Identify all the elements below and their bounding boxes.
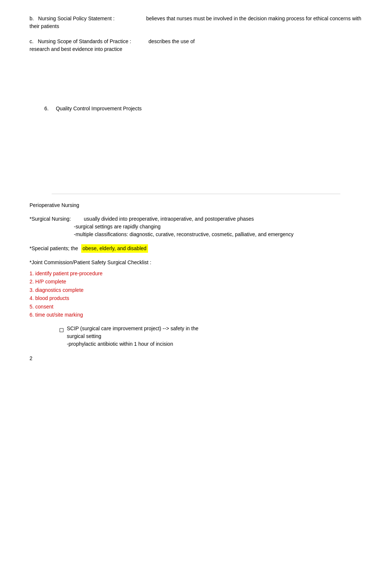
section-b-title: Nursing Social Policy Statement : bbox=[38, 15, 114, 21]
page: b. Nursing Social Policy Statement : bel… bbox=[0, 0, 392, 576]
section-c-content2: research and best evidence into practice bbox=[30, 46, 122, 52]
scip-line1: SCIP (surgical care improvement project)… bbox=[67, 325, 199, 332]
surgical-content: usually divided into preoperative, intra… bbox=[84, 216, 254, 222]
surgical-section: *Surgical Nursing: usually divided into … bbox=[30, 215, 362, 238]
section-c-label: c. bbox=[30, 38, 34, 44]
item-6-number: 6. bbox=[44, 106, 49, 111]
section-b: b. Nursing Social Policy Statement : bel… bbox=[30, 15, 362, 30]
scip-row: ◻ SCIP (surgical care improvement projec… bbox=[59, 325, 362, 348]
scip-line3: -prophylactic antibiotic within 1 hour o… bbox=[67, 340, 199, 348]
section-c: c. Nursing Scope of Standards of Practic… bbox=[30, 38, 362, 53]
scip-content: SCIP (surgical care improvement project)… bbox=[67, 325, 199, 348]
spacer-1 bbox=[30, 61, 362, 105]
list-item: 1. identify patient pre-procedure bbox=[30, 269, 362, 277]
list-item: 5. consent bbox=[30, 303, 362, 311]
list-item: 6. time out/site marking bbox=[30, 311, 362, 319]
page-number: 2 bbox=[30, 355, 362, 361]
joint-label: *Joint Commission/Patient Safety Surgica… bbox=[30, 259, 151, 265]
surgical-bullet1: -surgical settings are rapidly changing bbox=[74, 223, 362, 231]
surgical-bullet2: -multiple classifications: diagnostic, c… bbox=[74, 231, 362, 238]
divider bbox=[52, 194, 340, 194]
special-label: *Special patients; the bbox=[30, 245, 78, 252]
surgical-bullets: -surgical settings are rapidly changing … bbox=[74, 223, 362, 238]
list-item: 4. blood products bbox=[30, 294, 362, 302]
special-patients: *Special patients; the obese, elderly, a… bbox=[30, 244, 362, 253]
item-6: 6. Quality Control Improvement Projects bbox=[44, 105, 362, 113]
periop-heading: Perioperative Nursing bbox=[30, 201, 362, 209]
scip-section: ◻ SCIP (surgical care improvement projec… bbox=[59, 325, 362, 348]
scip-bullet: ◻ bbox=[59, 325, 64, 334]
spacer-2 bbox=[30, 120, 362, 194]
joint-commission: *Joint Commission/Patient Safety Surgica… bbox=[30, 259, 362, 266]
special-highlighted: obese, elderly, and disabled bbox=[81, 244, 148, 253]
section-c-title: Nursing Scope of Standards of Practice : bbox=[38, 38, 131, 44]
surgical-label: *Surgical Nursing: bbox=[30, 216, 71, 222]
section-c-content1: describes the use of bbox=[148, 38, 195, 44]
item-6-label: Quality Control Improvement Projects bbox=[56, 106, 142, 111]
list-item: 3. diagnostics complete bbox=[30, 286, 362, 294]
red-checklist: 1. identify patient pre-procedure 2. H/P… bbox=[30, 269, 362, 319]
section-b-label: b. bbox=[30, 15, 34, 21]
scip-line2: surgical setting bbox=[67, 332, 199, 340]
list-item: 2. H/P complete bbox=[30, 277, 362, 286]
